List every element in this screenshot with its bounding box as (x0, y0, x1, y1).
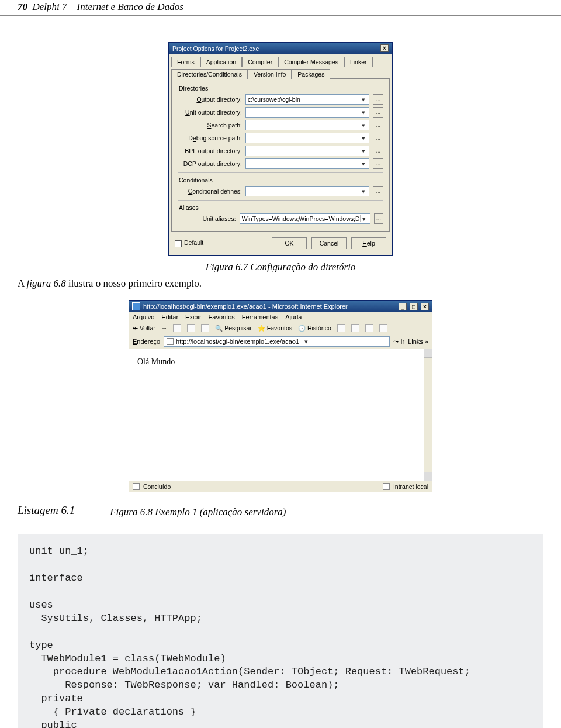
group-conditionals: Conditionals (179, 177, 383, 184)
body-text: A figura 6.8 ilustra o nosso primeiro ex… (18, 278, 543, 289)
browse-button[interactable]: ... (373, 146, 383, 156)
page-number: 70 (18, 1, 27, 12)
links-button[interactable]: Links » (408, 338, 428, 345)
document-icon (133, 483, 140, 490)
discuss-icon[interactable] (379, 324, 387, 332)
browse-button[interactable]: ... (373, 94, 383, 105)
chevron-down-icon[interactable]: ▾ (359, 109, 367, 116)
browser-title: http://localhost/cgi-bin/exemplo1.exe/ac… (143, 303, 396, 310)
forward-button[interactable]: → (161, 325, 168, 332)
search-button[interactable]: 🔍 Pesquisar (215, 325, 252, 332)
tab-packages[interactable]: Packages (292, 69, 330, 79)
menu-ferramentas[interactable]: Ferramentas (242, 313, 278, 320)
status-left: Concluído (143, 483, 171, 490)
debug-source-input[interactable]: ▾ (245, 133, 369, 143)
label-dcp: DCP output directory: (178, 160, 242, 167)
dialog-tabs-row1: Forms Application Compiler Compiler Mess… (169, 54, 392, 66)
dialog-body: Directories Output directory: c:\cursowe… (171, 78, 390, 232)
figure-caption-68: Figura 6.8 Exemplo 1 (aplicação servidor… (110, 506, 286, 518)
tab-application[interactable]: Application (200, 57, 242, 67)
browser-viewport: Olá Mundo (129, 349, 432, 481)
dialog-tabs-row2: Directories/Conditionals Version Info Pa… (169, 66, 392, 78)
unit-output-input[interactable]: ▾ (245, 107, 369, 118)
browse-button[interactable]: ... (373, 158, 383, 169)
chevron-down-icon[interactable]: ▾ (359, 147, 367, 154)
back-button[interactable]: ↞ Voltar (133, 325, 155, 332)
close-icon[interactable]: × (380, 44, 389, 52)
menu-arquivo[interactable]: Arquivo (133, 313, 154, 320)
chevron-down-icon[interactable]: ▾ (302, 338, 310, 346)
figure-ref: figura 6.8 (27, 278, 66, 289)
address-input[interactable]: http://localhost/cgi-bin/exemplo1.exe/ac… (164, 336, 390, 347)
project-options-dialog: Project Options for Project2.exe × Forms… (168, 42, 393, 256)
code-listing: unit un_1; interface uses SysUtils, Clas… (18, 534, 543, 728)
print-icon[interactable] (351, 324, 359, 332)
bpl-output-input[interactable]: ▾ (245, 146, 369, 156)
listing-label: Listagem 6.1 (18, 504, 75, 517)
menu-editar[interactable]: Editar (161, 313, 178, 320)
tab-directories[interactable]: Directories/Conditionals (171, 69, 248, 79)
chevron-down-icon[interactable]: ▾ (359, 160, 367, 167)
conditional-defines-input[interactable]: ▾ (245, 186, 369, 196)
tab-version[interactable]: Version Info (248, 69, 292, 79)
stop-icon[interactable] (173, 324, 181, 332)
output-directory-input[interactable]: c:\cursoweb\cgi-bin▾ (245, 94, 369, 105)
refresh-icon[interactable] (187, 324, 195, 332)
browser-toolbar: ↞ Voltar → 🔍 Pesquisar ⭐ Favoritos 🕓 His… (129, 322, 432, 334)
browse-button[interactable]: ... (374, 213, 383, 224)
dcp-output-input[interactable]: ▾ (245, 158, 369, 169)
address-label: Endereço (133, 338, 160, 345)
label-output: Output directory: (178, 96, 242, 103)
mail-icon[interactable] (337, 324, 345, 332)
menu-exibir[interactable]: Exibir (185, 313, 202, 320)
menu-favoritos[interactable]: Favoritos (209, 313, 235, 320)
history-button[interactable]: 🕓 Histórico (298, 325, 331, 332)
browse-button[interactable]: ... (373, 107, 383, 118)
search-path-input[interactable]: ▾ (245, 120, 369, 130)
label-cond-defines: Conditional defines: (178, 188, 242, 195)
close-icon[interactable]: × (421, 303, 429, 310)
page-content: Project Options for Project2.exe × Forms… (0, 16, 561, 728)
favorites-button[interactable]: ⭐ Favoritos (258, 325, 292, 332)
maximize-icon[interactable]: □ (410, 303, 418, 310)
dialog-titlebar: Project Options for Project2.exe × (169, 43, 392, 54)
dialog-title: Project Options for Project2.exe (172, 45, 259, 52)
tab-linker[interactable]: Linker (344, 57, 373, 67)
dialog-footer: Default OK Cancel Help (169, 234, 392, 255)
chevron-down-icon[interactable]: ▾ (359, 122, 367, 129)
browser-statusbar: Concluído Intranet local (129, 481, 432, 492)
tab-forms[interactable]: Forms (171, 57, 200, 67)
tab-compiler-messages[interactable]: Compiler Messages (278, 57, 344, 67)
ie-icon (132, 302, 140, 310)
browse-button[interactable]: ... (373, 120, 383, 130)
browser-window: http://localhost/cgi-bin/exemplo1.exe/ac… (129, 300, 432, 492)
help-button[interactable]: Help (351, 237, 386, 249)
browser-titlebar: http://localhost/cgi-bin/exemplo1.exe/ac… (129, 301, 432, 312)
ok-button[interactable]: OK (272, 237, 307, 249)
label-unit-output: Unit output directory: (178, 109, 242, 116)
cancel-button[interactable]: Cancel (311, 237, 347, 249)
label-debug-source: Debug source path: (178, 134, 242, 142)
minimize-icon[interactable]: _ (399, 303, 407, 310)
chevron-down-icon[interactable]: ▾ (359, 96, 367, 103)
tab-compiler[interactable]: Compiler (242, 57, 278, 67)
label-search: Search path: (178, 122, 242, 129)
label-bpl: BPL output directory: (178, 147, 242, 154)
page-header: 70 Delphi 7 – Internet e Banco de Dados (0, 0, 561, 16)
chevron-down-icon[interactable]: ▾ (359, 188, 367, 195)
scrollbar[interactable] (424, 349, 432, 481)
edit-icon[interactable] (365, 324, 373, 332)
menu-ajuda[interactable]: Ajuda (285, 313, 302, 320)
default-checkbox[interactable]: Default (175, 239, 203, 247)
browse-button[interactable]: ... (373, 133, 383, 143)
unit-aliases-input[interactable]: WinTypes=Windows;WinProcs=Windows;D▾ (240, 213, 370, 224)
book-title: Delphi 7 – Internet e Banco de Dados (33, 1, 183, 12)
zone-icon (383, 483, 390, 490)
group-directories: Directories (179, 85, 383, 92)
home-icon[interactable] (201, 324, 209, 332)
browse-button[interactable]: ... (373, 186, 383, 196)
go-button[interactable]: ⤳ Ir (393, 338, 404, 346)
label-unit-aliases: Unit aliases: (178, 215, 236, 222)
chevron-down-icon[interactable]: ▾ (359, 134, 367, 142)
chevron-down-icon[interactable]: ▾ (360, 215, 368, 222)
